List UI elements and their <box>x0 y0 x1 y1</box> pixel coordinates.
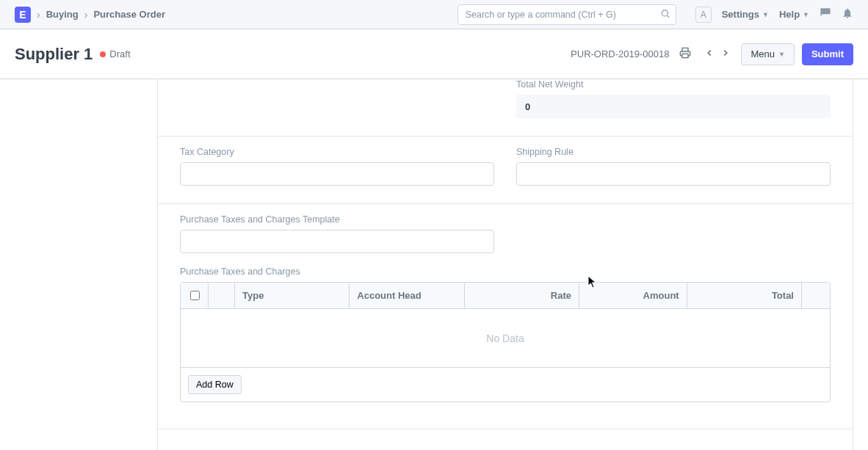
form-body: Total Net Weight 0 Tax Category Shipping… <box>157 79 853 450</box>
table-header-total: Total <box>687 283 802 308</box>
status-text: Draft <box>109 48 130 59</box>
help-menu[interactable]: Help ▼ <box>779 9 809 20</box>
search-icon[interactable] <box>660 8 670 21</box>
add-row-button[interactable]: Add Row <box>188 375 242 394</box>
app-logo[interactable]: E <box>15 7 31 23</box>
bell-icon[interactable] <box>842 7 853 21</box>
settings-label: Settings <box>722 9 759 20</box>
breadcrumb-purchase-order[interactable]: Purchase Order <box>93 9 165 20</box>
submit-button[interactable]: Submit <box>802 43 853 65</box>
prev-doc-button[interactable] <box>701 45 717 63</box>
print-icon[interactable] <box>676 44 694 64</box>
select-all-checkbox[interactable] <box>190 291 200 300</box>
chevron-right-icon: › <box>84 9 88 21</box>
table-header-settings[interactable] <box>802 283 830 308</box>
page-title: Supplier 1 <box>15 45 93 64</box>
caret-down-icon: ▼ <box>778 51 785 58</box>
caret-down-icon: ▼ <box>762 11 769 18</box>
keyboard-shortcuts-button[interactable]: A <box>695 7 712 23</box>
tax-category-input[interactable] <box>180 162 494 186</box>
total-net-weight-value: 0 <box>516 95 831 118</box>
form-sidebar <box>0 79 157 450</box>
top-navbar: E › Buying › Purchase Order A Settings ▼… <box>0 0 868 29</box>
shipping-rule-input[interactable] <box>516 162 831 186</box>
table-header-checkbox[interactable] <box>181 283 209 308</box>
chat-icon[interactable] <box>820 7 831 21</box>
chevron-right-icon: › <box>37 9 40 21</box>
table-header-type: Type <box>235 283 350 308</box>
settings-menu[interactable]: Settings ▼ <box>722 9 769 20</box>
tax-category-label: Tax Category <box>180 147 494 157</box>
caret-down-icon: ▼ <box>803 11 809 18</box>
table-header-index <box>209 283 235 308</box>
menu-button-label: Menu <box>751 48 775 59</box>
svg-rect-2 <box>682 54 688 57</box>
total-net-weight-label: Total Net Weight <box>516 79 831 90</box>
document-id: PUR-ORD-2019-00018 <box>571 48 669 59</box>
svg-point-0 <box>662 10 668 15</box>
page-header: Supplier 1 Draft PUR-ORD-2019-00018 Menu… <box>0 29 868 79</box>
table-empty-state: No Data <box>181 309 830 368</box>
tax-charges-table: Type Account Head Rate Amount Total No D… <box>180 282 831 402</box>
shipping-rule-label: Shipping Rule <box>516 147 831 157</box>
tax-table-label: Purchase Taxes and Charges <box>180 266 831 277</box>
next-doc-button[interactable] <box>717 45 734 63</box>
tax-template-input[interactable] <box>180 230 494 253</box>
tax-template-label: Purchase Taxes and Charges Template <box>180 214 494 225</box>
search-input[interactable] <box>457 4 676 25</box>
svg-line-1 <box>667 15 669 18</box>
table-header-amount: Amount <box>579 283 687 308</box>
menu-button[interactable]: Menu ▼ <box>741 43 794 65</box>
breadcrumb-buying[interactable]: Buying <box>46 9 79 20</box>
help-label: Help <box>779 9 800 20</box>
status-indicator-dot <box>100 51 106 57</box>
table-header-rate: Rate <box>465 283 579 308</box>
table-header-account: Account Head <box>350 283 464 308</box>
